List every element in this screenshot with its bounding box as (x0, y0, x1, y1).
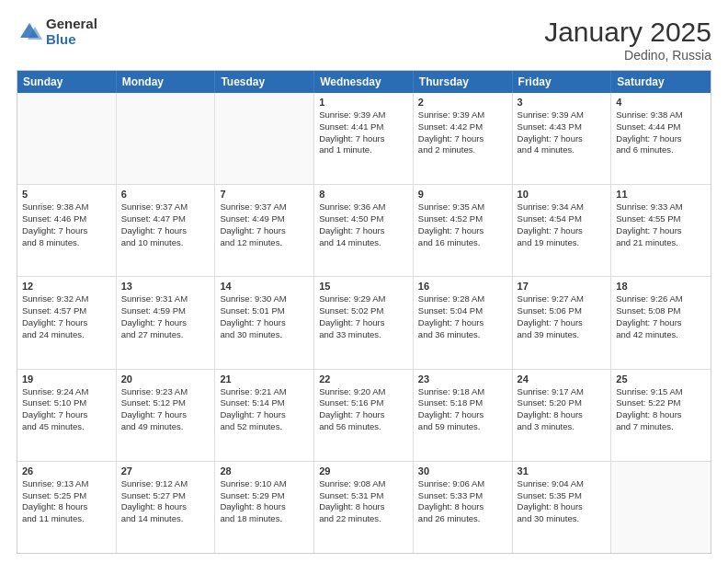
weekday-header: Friday (513, 71, 612, 93)
cell-line: Sunrise: 9:23 AM (121, 386, 210, 398)
calendar-cell: 11Sunrise: 9:33 AMSunset: 4:55 PMDayligh… (611, 185, 711, 276)
cell-line: Sunrise: 9:38 AM (616, 109, 706, 121)
cell-line: Sunrise: 9:37 AM (220, 201, 309, 213)
cell-line: Sunrise: 9:18 AM (418, 386, 507, 398)
day-number: 17 (518, 281, 607, 292)
cell-line: Daylight: 8 hours (220, 501, 309, 513)
cell-line: Sunrise: 9:37 AM (121, 201, 210, 213)
cell-line: and 10 minutes. (121, 237, 210, 249)
cell-line: Sunset: 5:14 PM (220, 397, 309, 409)
cell-line: Sunrise: 9:27 AM (518, 293, 607, 305)
cell-line: Daylight: 8 hours (121, 501, 210, 513)
calendar-cell: 9Sunrise: 9:35 AMSunset: 4:52 PMDaylight… (414, 185, 513, 276)
calendar-cell: 17Sunrise: 9:27 AMSunset: 5:06 PMDayligh… (513, 277, 612, 368)
cell-line: Sunset: 4:52 PM (418, 213, 507, 225)
title-area: January 2025 Dedino, Russia (544, 17, 711, 63)
day-number: 29 (319, 465, 408, 477)
cell-line: Sunset: 5:12 PM (121, 397, 210, 409)
cell-line: and 36 minutes. (418, 329, 507, 341)
cell-line: Daylight: 7 hours (22, 317, 111, 329)
logo-text: General Blue (46, 17, 97, 47)
cell-line: Sunset: 4:59 PM (121, 305, 210, 317)
cell-line: Sunrise: 9:10 AM (220, 478, 309, 490)
weekday-header: Saturday (611, 71, 711, 93)
day-number: 27 (121, 465, 210, 477)
calendar-cell: 26Sunrise: 9:13 AMSunset: 5:25 PMDayligh… (17, 462, 117, 553)
cell-line: Sunrise: 9:38 AM (22, 201, 111, 213)
calendar-row: 12Sunrise: 9:32 AMSunset: 4:57 PMDayligh… (17, 277, 711, 369)
calendar: SundayMondayTuesdayWednesdayThursdayFrid… (17, 70, 711, 554)
day-number: 9 (418, 189, 507, 200)
cell-line: Sunset: 5:22 PM (616, 397, 706, 409)
day-number: 2 (418, 97, 507, 108)
cell-line: Daylight: 8 hours (518, 409, 607, 421)
cell-line: and 26 minutes. (418, 513, 507, 525)
cell-line: Sunrise: 9:29 AM (319, 293, 408, 305)
cell-line: Sunset: 4:55 PM (616, 213, 706, 225)
cell-line: Daylight: 7 hours (616, 317, 706, 329)
calendar-row: 26Sunrise: 9:13 AMSunset: 5:25 PMDayligh… (17, 462, 711, 553)
calendar-header: SundayMondayTuesdayWednesdayThursdayFrid… (17, 71, 711, 93)
cell-line: Sunset: 5:33 PM (418, 490, 507, 502)
cell-line: Sunset: 4:57 PM (22, 305, 111, 317)
day-number: 30 (418, 465, 507, 477)
cell-line: and 22 minutes. (319, 513, 408, 525)
calendar-cell (611, 462, 711, 553)
cell-line: Sunrise: 9:32 AM (22, 293, 111, 305)
cell-line: Sunset: 5:29 PM (220, 490, 309, 502)
calendar-cell: 28Sunrise: 9:10 AMSunset: 5:29 PMDayligh… (215, 462, 314, 553)
cell-line: Daylight: 8 hours (22, 501, 111, 513)
cell-line: and 11 minutes. (22, 513, 111, 525)
cell-line: and 42 minutes. (616, 329, 706, 341)
calendar-cell: 21Sunrise: 9:21 AMSunset: 5:14 PMDayligh… (215, 370, 314, 461)
cell-line: Sunrise: 9:21 AM (220, 386, 309, 398)
logo-blue-text: Blue (46, 32, 97, 48)
calendar-row: 19Sunrise: 9:24 AMSunset: 5:10 PMDayligh… (17, 370, 711, 462)
calendar-cell: 10Sunrise: 9:34 AMSunset: 4:54 PMDayligh… (513, 185, 612, 276)
cell-line: Daylight: 7 hours (220, 317, 309, 329)
location: Dedino, Russia (544, 48, 711, 63)
page: General Blue January 2025 Dedino, Russia… (0, 0, 728, 563)
cell-line: Daylight: 7 hours (518, 225, 607, 237)
cell-line: Sunrise: 9:08 AM (319, 478, 408, 490)
calendar-cell: 15Sunrise: 9:29 AMSunset: 5:02 PMDayligh… (314, 277, 414, 368)
cell-line: Daylight: 7 hours (616, 225, 706, 237)
calendar-cell: 23Sunrise: 9:18 AMSunset: 5:18 PMDayligh… (414, 370, 513, 461)
cell-line: Sunset: 5:06 PM (518, 305, 607, 317)
cell-line: and 8 minutes. (22, 237, 111, 249)
day-number: 14 (220, 281, 309, 292)
day-number: 1 (319, 97, 408, 108)
cell-line: Daylight: 7 hours (418, 225, 507, 237)
cell-line: Sunrise: 9:26 AM (616, 293, 706, 305)
day-number: 11 (616, 189, 706, 200)
day-number: 13 (121, 281, 210, 292)
calendar-cell: 24Sunrise: 9:17 AMSunset: 5:20 PMDayligh… (513, 370, 612, 461)
cell-line: and 4 minutes. (518, 144, 607, 156)
calendar-cell: 6Sunrise: 9:37 AMSunset: 4:47 PMDaylight… (117, 185, 216, 276)
day-number: 15 (319, 281, 408, 292)
calendar-cell: 12Sunrise: 9:32 AMSunset: 4:57 PMDayligh… (17, 277, 117, 368)
cell-line: Sunrise: 9:17 AM (518, 386, 607, 398)
cell-line: Sunset: 5:35 PM (518, 490, 607, 502)
cell-line: and 6 minutes. (616, 144, 706, 156)
day-number: 12 (22, 281, 111, 292)
day-number: 4 (616, 97, 706, 108)
cell-line: and 7 minutes. (616, 421, 706, 433)
day-number: 7 (220, 189, 309, 200)
calendar-cell: 31Sunrise: 9:04 AMSunset: 5:35 PMDayligh… (513, 462, 612, 553)
header: General Blue January 2025 Dedino, Russia (17, 17, 711, 63)
cell-line: Sunset: 4:50 PM (319, 213, 408, 225)
cell-line: Sunrise: 9:06 AM (418, 478, 507, 490)
cell-line: Sunrise: 9:31 AM (121, 293, 210, 305)
cell-line: Daylight: 7 hours (220, 409, 309, 421)
cell-line: and 12 minutes. (220, 237, 309, 249)
cell-line: Daylight: 7 hours (319, 317, 408, 329)
cell-line: Sunrise: 9:30 AM (220, 293, 309, 305)
day-number: 26 (22, 465, 111, 477)
day-number: 16 (418, 281, 507, 292)
calendar-row: 5Sunrise: 9:38 AMSunset: 4:46 PMDaylight… (17, 185, 711, 277)
cell-line: Sunrise: 9:35 AM (418, 201, 507, 213)
cell-line: Daylight: 7 hours (22, 225, 111, 237)
cell-line: Sunset: 5:31 PM (319, 490, 408, 502)
cell-line: Daylight: 8 hours (319, 501, 408, 513)
